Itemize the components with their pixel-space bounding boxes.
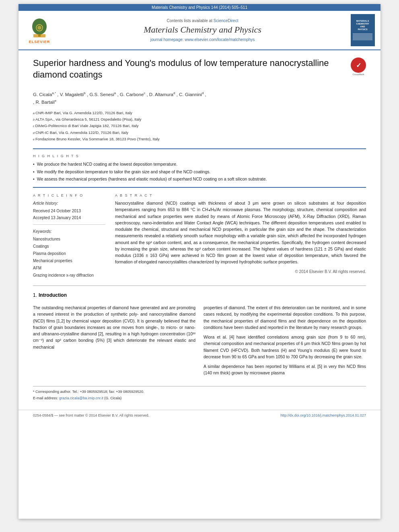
contents-available: Contents lists available at ScienceDirec… [167,18,239,23]
authors: G. Cicalaa,* , V. Magalettib , G.S. Sene… [33,91,366,106]
intro-left: The outstanding mechanical properties of… [33,304,195,380]
doi-link[interactable]: http://dx.doi.org/10.1016/j.matchemphys.… [280,413,366,417]
elsevier-logo: ELSEVIER [23,14,56,46]
abstract-label: A B S T R A C T [115,193,366,197]
cover-image: MATERIALS CHEMISTRY AND PHYSICS [351,14,375,46]
introduction-section: 1. Introduction The outstanding mechanic… [33,292,366,380]
article-title: Superior hardness and Young's modulus of… [33,58,346,80]
article-info-label: A R T I C L E I N F O [33,193,105,197]
keyword-item: Mechanical properties [33,257,105,265]
highlights-divider-top [33,148,366,149]
email-address[interactable]: grazia.cicala@ba.imip.cnr.it [59,396,103,400]
intro-heading: Introduction [39,292,67,298]
keyword-item: Nanostructures [33,236,105,243]
main-content: Superior hardness and Young's modulus of… [19,50,380,410]
keywords-list: NanostructuresCoatingsPlasma depositionM… [33,236,105,279]
intro-left-text: The outstanding mechanical properties of… [33,304,195,350]
email-line: E-mail address: grazia.cicala@ba.imip.cn… [33,395,366,401]
crossmark-badge[interactable]: ✓ CrossMark [351,58,366,76]
highlight-item: •We assess the mechanical properties (ha… [33,176,366,182]
journal-header: ELSEVIER Contents lists available at Sci… [19,11,380,50]
elsevier-name: ELSEVIER [29,40,50,44]
affiliation-item: eFondazione Bruno Kessler, Via Sommarive… [33,136,366,142]
affiliation-item: bALTA SpA., via Gherardesca 5, 56121 Osp… [33,116,366,122]
homepage-url[interactable]: www.elsevier.com/locate/matchemphys [185,37,255,42]
crossmark-label: CrossMark [351,73,366,76]
svg-rect-4 [33,34,45,37]
highlight-item: •We modify the deposition temperature to… [33,169,366,175]
affiliation-item: aCNR-IMIP Bari, Via G. Amendola 122/D, 7… [33,110,366,116]
page: Materials Chemistry and Physics 144 (201… [19,4,380,519]
crossmark-icon: ✓ [351,58,366,73]
affiliations: aCNR-IMIP Bari, Via G. Amendola 122/D, 7… [33,110,366,142]
article-info-col: A R T I C L E I N F O Article history: R… [33,193,105,279]
keywords-block: Keywords: NanostructuresCoatingsPlasma d… [33,228,105,279]
cover-decoration [353,33,372,41]
body-divider [33,286,366,286]
info-divider [33,224,105,225]
article-info-abstract: A R T I C L E I N F O Article history: R… [33,193,366,279]
footnotes: * Corresponding author. Tel.: +39 080592… [33,386,366,401]
affiliation-item: dCNR-IC Bari, Via G. Amendola 122/D, 701… [33,129,366,136]
intro-right-text: properties of diamond. The extent of thi… [204,304,366,376]
abstract-text: Nanocrystalline diamond (NCD) coatings w… [115,200,366,265]
article-history: Article history: Received 24 October 201… [33,200,105,221]
keyword-item: Plasma deposition [33,250,105,257]
journal-reference: Materials Chemistry and Physics 144 (201… [19,4,380,11]
journal-info-center: Contents lists available at ScienceDirec… [56,14,350,46]
affiliation-item: cDiMeG-Politecnico di Bari Viale Japigia… [33,123,366,129]
journal-homepage: journal homepage: www.elsevier.com/locat… [150,37,255,42]
svg-point-3 [37,26,41,30]
intro-right: properties of diamond. The extent of thi… [204,304,366,380]
abstract-col: A B S T R A C T Nanocrystalline diamond … [115,193,366,279]
journal-cover: MATERIALS CHEMISTRY AND PHYSICS [350,14,376,46]
keyword-item: AFM [33,265,105,272]
copyright: © 2014 Elsevier B.V. All rights reserved… [115,269,366,274]
highlights-section: H I G H L I G H T S •We produce the hard… [33,154,366,182]
elsevier-tree-icon [25,16,53,39]
keyword-item: Grazing incidence x-ray diffraction [33,272,105,279]
intro-number: 1. [33,292,37,298]
keyword-item: Coatings [33,243,105,250]
highlights-divider-bottom [33,187,366,188]
highlight-item: •We produce the hardest NCD coating at t… [33,161,366,167]
highlights-list: •We produce the hardest NCD coating at t… [33,161,366,182]
highlights-label: H I G H L I G H T S [33,154,366,158]
corresponding-author: * Corresponding author. Tel.: +39 080592… [33,389,366,394]
sciencedirect-link[interactable]: ScienceDirect [214,18,239,23]
journal-title: Materials Chemistry and Physics [144,25,261,35]
bottom-bar: 0254-0584/$ — see front matter © 2014 El… [19,410,380,421]
intro-two-col: The outstanding mechanical properties of… [33,304,366,380]
